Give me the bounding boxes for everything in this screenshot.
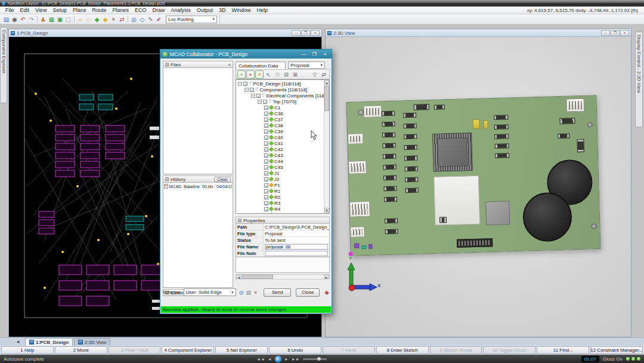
function-key-button[interactable]: 11 Find... [537,346,589,354]
tree-item[interactable]: − ✓ ▽ C42 [236,146,324,152]
tree-item[interactable]: − ✓ ▽ C38 [236,122,324,128]
step-back-icon[interactable]: ◄ [268,357,272,361]
green-diamond-icon[interactable]: ◆ [93,16,101,23]
component-explorer-tab[interactable]: Component Explorer [0,27,7,103]
menu-item[interactable]: Place [70,7,89,13]
display-control-tab[interactable]: Display Control - 2:3D View [635,32,643,127]
expand-tree-icon[interactable]: ⊞ [291,70,299,79]
check-icon[interactable]: ✔ [155,16,163,23]
add-icon[interactable]: + [237,70,246,79]
pcb-window-header[interactable]: 1:PCB_Design — ❒ × [9,29,321,37]
step-forward-icon[interactable]: ► [284,357,289,361]
checkbox[interactable]: ✓ [263,100,267,104]
play-icon[interactable]: ► [275,356,281,362]
function-key-button[interactable]: 2 Move [55,346,107,354]
scheme-combo[interactable]: Loc Routing ▾ [166,16,217,23]
function-key-button[interactable]: 6 Undo [269,346,321,354]
function-key-button[interactable]: 3 Plow / Mult [109,346,161,354]
function-key-button[interactable]: 10 Toggle Gloss [483,346,535,354]
search-icon[interactable]: ◎ [238,289,245,296]
log-book-icon[interactable]: ◈ [324,289,329,296]
collaboration-tree[interactable]: − ✓ ▽ PCB_Design [118/118] − ✓ ▽ Compone… [236,79,330,214]
checkbox[interactable]: ✓ [264,106,268,110]
menu-item[interactable]: Route [89,7,109,13]
checkbox[interactable]: ✓ [264,141,268,146]
tree-item[interactable]: − ✓ ▽ PCB_Design [118/118] [236,81,324,87]
files-section-header[interactable]: Files « [163,61,233,68]
tree-item[interactable]: − ✓ ▽ C41 [236,140,324,146]
page-icon[interactable]: ▢ [64,16,72,23]
close-icon[interactable]: × [321,51,329,57]
maximize-icon[interactable]: ❒ [611,30,620,36]
place-parts-icon[interactable]: ▦ [48,16,55,23]
tree-item[interactable]: − ✓ ▽ C43 [236,152,324,158]
tree-item[interactable]: − ✓ ▽ Components [118/118] [236,87,324,93]
fast-forward-icon[interactable]: ►► [292,357,300,361]
checkbox[interactable]: ✓ [264,207,268,211]
checkbox[interactable]: ✓ [264,213,268,214]
dimension-icon[interactable]: × [110,16,117,23]
minimize-icon[interactable]: — [299,51,308,57]
menu-item[interactable]: Setup [49,7,70,13]
scroll-thumb[interactable] [242,275,273,279]
tree-item[interactable]: − ✓ ▽ C37 [236,116,324,122]
highlight-icon[interactable]: ☉ [273,70,281,79]
checkbox[interactable]: ✓ [264,118,268,122]
scroll-left-icon[interactable]: ◄ [236,275,242,279]
filter-icon[interactable]: ▽ [311,70,319,79]
tree-item[interactable]: − ✓ ▽ R4 [236,206,324,212]
expand-box-icon[interactable]: − [258,100,262,104]
menu-item[interactable]: File [2,7,17,13]
properties-section-header[interactable]: Properties [236,217,330,224]
folder-icon[interactable]: ▱ [76,16,84,23]
view-3d-icon[interactable]: ◇ [138,16,146,23]
file-name-input[interactable] [265,244,328,250]
send-button[interactable]: Send [264,288,291,297]
function-key-button[interactable]: 5 Net Explorer [215,346,268,354]
checkbox[interactable]: ✓ [264,165,268,170]
checkbox[interactable]: ✓ [250,88,254,92]
close-icon[interactable]: × [620,30,629,36]
sync-icon[interactable]: ⇄ [320,70,328,79]
checkbox[interactable]: ✓ [264,124,268,128]
menu-item[interactable]: 3D [216,7,229,13]
swap-icon[interactable]: ⇄ [118,16,126,23]
tree-item[interactable]: − ✓ ▽ Top [70/70] [236,99,324,104]
view-3d-header[interactable]: 2:3D View — ❒ × [326,29,631,37]
checkbox[interactable]: ✓ [264,159,268,164]
history-item[interactable]: MCAD_Baseline_00.idx : 04/04/19 11 [163,183,233,190]
clear-button[interactable]: Clear [214,177,231,182]
sheet-icon[interactable]: ▭ [85,16,92,23]
menu-item[interactable]: ECO [132,7,150,13]
menu-item[interactable]: Planes [109,7,132,13]
tree-item[interactable]: − ✓ ▽ R1 [236,188,324,194]
function-key-button[interactable]: 1 Help [1,346,54,354]
tree-item[interactable]: − ✓ ▽ Electrical Components [118/118] [236,93,324,99]
tree-item[interactable]: − ✓ ▽ J2 [236,176,324,182]
tab-nav-left-icon[interactable]: ◄ [16,339,20,344]
menu-item[interactable]: Output [194,7,216,13]
tab-collaboration-data[interactable]: Collaboration Data [236,61,286,69]
tree-item[interactable]: − ✓ ▽ C1 [236,104,324,110]
delete-icon[interactable]: × [246,70,255,79]
expand-box-icon[interactable]: − [251,94,255,98]
window-tab[interactable]: 2:3D View [74,338,110,346]
checkbox[interactable]: ✓ [264,201,268,205]
close-icon[interactable]: × [311,30,320,36]
tree-item[interactable]: − ✓ ▽ R5 [236,212,324,213]
delete-scheme-icon[interactable]: × [252,289,259,296]
copy-icon[interactable]: ▣ [56,16,64,23]
pcb-3d-canvas[interactable]: Y X [326,37,631,337]
tree-item[interactable]: − ✓ ▽ P1 [236,182,324,188]
scroll-down-icon[interactable]: ▼ [324,208,329,213]
select-icon[interactable]: ↖ [264,70,273,79]
yellow-diamond-icon[interactable]: ◆ [101,16,109,23]
checkbox[interactable]: ✓ [243,82,247,86]
menu-item[interactable]: Window [229,7,254,13]
horizontal-scrollbar[interactable]: ◄ ► [236,274,330,279]
checkbox[interactable]: ✓ [264,136,268,140]
checkbox[interactable]: ✓ [264,195,268,199]
close-button[interactable]: Close [296,288,320,297]
redo-icon[interactable]: ↷ [27,16,35,23]
files-list[interactable] [163,68,233,174]
